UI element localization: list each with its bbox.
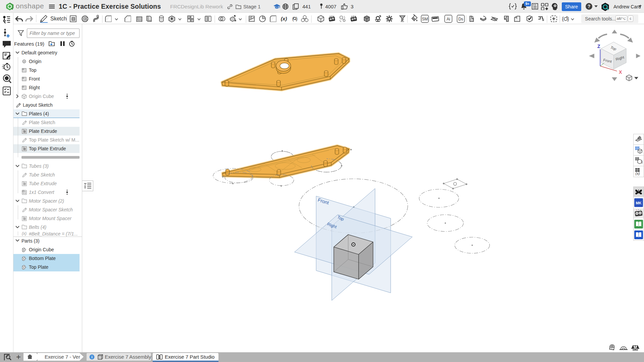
svg-text:?: ? bbox=[588, 4, 591, 9]
svg-text:(x): (x) bbox=[636, 171, 640, 175]
svg-text:Z: Z bbox=[597, 44, 600, 49]
svg-text:SM: SM bbox=[422, 17, 428, 21]
svg-text:MK: MK bbox=[636, 201, 641, 205]
svg-text:Ds: Ds bbox=[458, 17, 463, 21]
svg-text:X: X bbox=[619, 69, 622, 75]
svg-text:Sketch: Sketch bbox=[50, 16, 67, 21]
svg-text:Ai: Ai bbox=[447, 17, 450, 21]
svg-text:}: } bbox=[642, 160, 643, 164]
svg-text:i: i bbox=[91, 355, 92, 359]
